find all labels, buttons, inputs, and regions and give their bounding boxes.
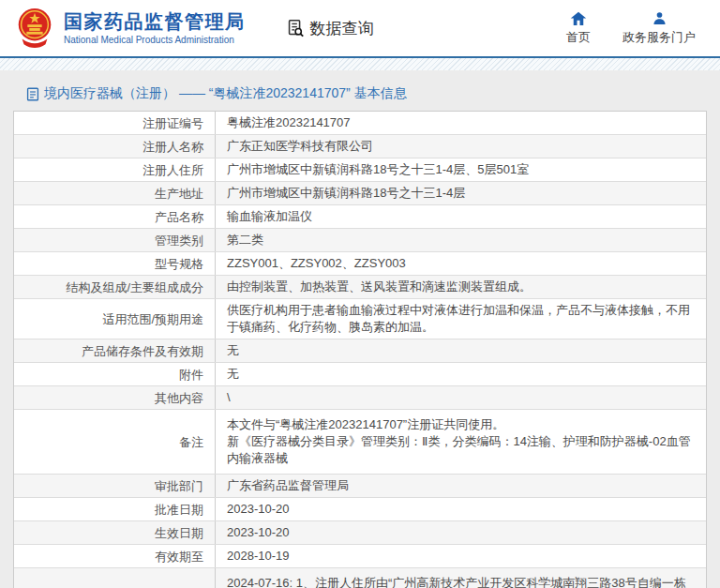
nmpa-logo[interactable]: 国家药品监督管理局 National Medical Products Admi… <box>13 5 246 52</box>
table-row: 备注本文件与“粤械注准20232141707”注册证共同使用。新《医疗器械分类目… <box>14 410 706 475</box>
breadcrumb: 境内医疗器械（注册） —— “粤械注准20232141707” 基本信息 <box>13 78 707 111</box>
table-row: 型号规格ZZSY001、ZZSY002、ZZSY003 <box>14 252 706 276</box>
table-row: 有效期至2028-10-19 <box>14 545 706 568</box>
row-value-line: 本文件与“粤械注准20232141707”注册证共同使用。 <box>227 416 697 433</box>
national-emblem-icon <box>13 5 56 52</box>
row-value: 2023-10-20 <box>216 498 706 520</box>
table-row: 生效日期2023-10-20 <box>14 521 706 545</box>
row-label: 生产地址 <box>14 182 216 204</box>
table-row: 产品储存条件及有效期无 <box>14 339 706 363</box>
table-row: 注册人名称广东正知医学科技有限公司 <box>14 135 706 158</box>
site-title: 国家药品监督管理局 <box>64 11 246 33</box>
row-label: 批准日期 <box>14 498 216 520</box>
table-row: 适用范围/预期用途供医疗机构用于患者输血输液过程中对液体进行加温和保温，产品不与… <box>14 299 706 339</box>
row-label: 注册人名称 <box>14 135 216 158</box>
row-value: 本文件与“粤械注准20232141707”注册证共同使用。新《医疗器械分类目录》… <box>216 410 706 474</box>
row-value: 广州市增城区中新镇润科路18号之十三1-4层、5层501室 <box>216 158 706 181</box>
table-row: 批准日期2023-10-20 <box>14 498 706 521</box>
table-row: 其他内容\ <box>14 386 706 410</box>
row-value: ZZSY001、ZZSY002、ZZSY003 <box>216 252 706 275</box>
row-value: 供医疗机构用于患者输血输液过程中对液体进行加温和保温，产品不与液体接触，不用于镇… <box>216 299 706 339</box>
row-label: 其他内容 <box>14 386 216 409</box>
registration-table: 注册证编号粤械注准20232141707注册人名称广东正知医学科技有限公司注册人… <box>13 111 707 588</box>
row-label: 审批部门 <box>14 475 216 497</box>
table-row: 变更情况2024-07-16: 1、注册人住所由“广州高新技术产业开发区科学城南… <box>14 568 706 588</box>
row-value: \ <box>216 386 706 409</box>
row-label: 适用范围/预期用途 <box>14 299 216 339</box>
row-value: 无 <box>216 339 706 362</box>
row-value-line: 新《医疗器械分类目录》管理类别：Ⅱ类，分类编码：14注输、护理和防护器械-02血… <box>227 433 697 467</box>
row-value: 广州市增城区中新镇润科路18号之十三1-4层 <box>216 182 706 204</box>
row-label: 结构及组成/主要组成成分 <box>14 276 216 298</box>
table-row: 注册人住所广州市增城区中新镇润科路18号之十三1-4层、5层501室 <box>14 158 706 182</box>
row-value: 广东省药品监督管理局 <box>216 475 706 497</box>
row-value: 粤械注准20232141707 <box>216 112 706 134</box>
site-header: 国家药品监督管理局 National Medical Products Admi… <box>0 0 720 56</box>
row-value: 输血输液加温仪 <box>216 205 706 228</box>
hatched-band <box>0 58 720 70</box>
data-query-label: 数据查询 <box>310 18 374 39</box>
row-value: 无 <box>216 363 706 385</box>
document-icon <box>26 87 39 101</box>
row-value-line: 2024-07-16: 1、注册人住所由“广州高新技术产业开发区科学城南翔三路3… <box>227 575 697 588</box>
nav-home-label: 首页 <box>566 29 591 46</box>
row-value: 2024-07-16: 1、注册人住所由“广州高新技术产业开发区科学城南翔三路3… <box>216 568 706 588</box>
table-row: 结构及组成/主要组成成分由控制装置、加热装置、送风装置和滴速监测装置组成。 <box>14 276 706 299</box>
row-value: 第二类 <box>216 229 706 251</box>
row-label: 注册证编号 <box>14 112 216 134</box>
table-row: 审批部门广东省药品监督管理局 <box>14 475 706 498</box>
row-value: 2023-10-20 <box>216 521 706 544</box>
nav-home[interactable]: 首页 <box>566 10 591 46</box>
nav-portal-label: 政务服务门户 <box>622 29 696 46</box>
row-label: 生效日期 <box>14 521 216 544</box>
row-value: 广东正知医学科技有限公司 <box>216 135 706 158</box>
table-row: 管理类别第二类 <box>14 229 706 252</box>
data-query-icon <box>285 18 306 38</box>
row-label: 备注 <box>14 410 216 474</box>
data-query-tab[interactable]: 数据查询 <box>285 18 374 39</box>
row-label: 注册人住所 <box>14 158 216 181</box>
table-row: 注册证编号粤械注准20232141707 <box>14 112 706 135</box>
row-value: 由控制装置、加热装置、送风装置和滴速监测装置组成。 <box>216 276 706 298</box>
row-label: 产品名称 <box>14 205 216 228</box>
row-label: 产品储存条件及有效期 <box>14 339 216 362</box>
row-label: 管理类别 <box>14 229 216 251</box>
row-label: 型号规格 <box>14 252 216 275</box>
breadcrumb-text: 境内医疗器械（注册） —— “粤械注准20232141707” 基本信息 <box>44 85 407 102</box>
table-row: 附件无 <box>14 363 706 386</box>
row-label: 附件 <box>14 363 216 385</box>
main-content: 境内医疗器械（注册） —— “粤械注准20232141707” 基本信息 注册证… <box>0 70 720 588</box>
table-row: 产品名称输血输液加温仪 <box>14 205 706 229</box>
home-icon <box>570 10 587 26</box>
site-subtitle: National Medical Products Administration <box>64 35 246 46</box>
row-label: 有效期至 <box>14 545 216 567</box>
row-label: 变更情况 <box>14 568 216 588</box>
row-value: 2028-10-19 <box>216 545 706 567</box>
user-icon <box>652 10 668 26</box>
table-row: 生产地址广州市增城区中新镇润科路18号之十三1-4层 <box>14 182 706 205</box>
header-nav: 首页 政务服务门户 <box>566 10 699 46</box>
nav-portal[interactable]: 政务服务门户 <box>622 10 696 46</box>
